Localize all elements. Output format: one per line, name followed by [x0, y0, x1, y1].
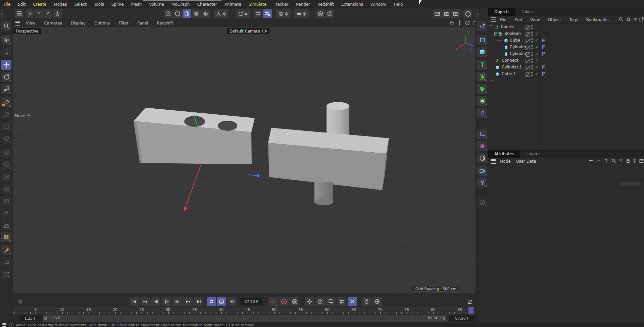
- attributes-mode-label[interactable]: Mode: [496, 159, 515, 164]
- objects-popout-icon[interactable]: [639, 17, 644, 22]
- viewport-menu-filter[interactable]: Filter: [114, 21, 133, 25]
- enable-snap-button[interactable]: [254, 9, 262, 18]
- objects-menu-file[interactable]: File: [496, 17, 510, 22]
- cylinder-slab-object[interactable]: [268, 102, 389, 205]
- record-pla-toggle[interactable]: [348, 297, 357, 306]
- toolbar-drag-handle[interactable]: [1, 10, 3, 17]
- interactive-render-region-button[interactable]: [463, 9, 472, 18]
- attributes-popout-icon[interactable]: [639, 158, 644, 163]
- add-subdivision-surface-button[interactable]: [477, 72, 487, 82]
- attributes-forward-icon[interactable]: →: [597, 158, 601, 163]
- visibility-dots[interactable]: [531, 38, 533, 43]
- viewport-menu-view[interactable]: View: [21, 21, 40, 25]
- range-start-field[interactable]: 1.25 F: [19, 316, 41, 321]
- add-light-button[interactable]: [477, 177, 487, 187]
- record-parameter-toggle[interactable]: [337, 297, 346, 306]
- enabled-check-icon[interactable]: ✓: [535, 51, 539, 56]
- workplane-mode-button[interactable]: [214, 9, 229, 18]
- render-view-button[interactable]: [433, 9, 442, 18]
- tab-attributes[interactable]: Attributes: [488, 151, 520, 158]
- add-metaball-button[interactable]: [477, 84, 487, 94]
- texture-mode-button[interactable]: [201, 9, 210, 18]
- expander-icon[interactable]: [494, 32, 498, 36]
- autokeying-button[interactable]: A: [279, 297, 289, 306]
- voxel-blocks-tool[interactable]: [1, 232, 11, 242]
- open-timeline-editor-button[interactable]: [465, 297, 475, 306]
- add-sky-button[interactable]: [477, 153, 487, 163]
- pen-tool[interactable]: [1, 97, 11, 107]
- menu-mesh[interactable]: Mesh: [128, 2, 146, 7]
- expander-icon[interactable]: [490, 25, 493, 29]
- range-end-handle[interactable]: [443, 317, 446, 320]
- objects-menu-tags[interactable]: Tags: [565, 17, 582, 22]
- visibility-dots[interactable]: [531, 25, 533, 30]
- attributes-up-icon[interactable]: ↑: [604, 158, 608, 163]
- enabled-check-icon[interactable]: ✓: [535, 31, 539, 36]
- add-generator-button[interactable]: [477, 96, 487, 106]
- menu-mograph[interactable]: MoGraph: [168, 2, 194, 7]
- visibility-dots[interactable]: [531, 65, 533, 70]
- object-name[interactable]: Cylinder: [510, 51, 527, 56]
- viewport-search-tool[interactable]: [1, 21, 11, 31]
- points-mode-button[interactable]: [173, 9, 182, 18]
- make-editable-button[interactable]: [164, 9, 172, 18]
- attributes-back-icon[interactable]: ←: [589, 158, 593, 163]
- menu-character[interactable]: Character: [193, 2, 220, 7]
- phong-tag-icon[interactable]: [541, 52, 546, 56]
- live-selection-tool[interactable]: [1, 35, 11, 45]
- render-settings-button[interactable]: [451, 9, 460, 18]
- edit-material-button[interactable]: [477, 197, 487, 207]
- auto-mode-button[interactable]: [326, 9, 334, 18]
- objects-menu-edit[interactable]: Edit: [510, 17, 526, 22]
- symmetry-button[interactable]: [294, 9, 309, 18]
- add-camera-button[interactable]: [477, 166, 487, 176]
- menu-select[interactable]: Select: [70, 2, 90, 7]
- pan-view-icon[interactable]: [449, 20, 455, 26]
- keyframe-filter-button[interactable]: [373, 297, 382, 306]
- move-gizmo[interactable]: [184, 163, 260, 212]
- menu-tracker[interactable]: Tracker: [270, 2, 292, 7]
- attributes-filter-icon[interactable]: [618, 158, 624, 163]
- extrude-generator-tool[interactable]: [1, 160, 11, 170]
- layer-toggle-icon[interactable]: [526, 52, 530, 57]
- coordinate-system-button[interactable]: [53, 9, 62, 18]
- next-key-button[interactable]: [183, 297, 193, 306]
- tree-row-cylinder1[interactable]: Cylinder.1 ✓: [488, 64, 644, 71]
- viewport-menu-cameras[interactable]: Cameras: [40, 21, 66, 25]
- tree-row-cube[interactable]: Cube ✓: [488, 37, 644, 44]
- lathe-generator-tool[interactable]: [1, 172, 11, 182]
- object-name[interactable]: Boolean: [504, 31, 521, 36]
- add-cube-button[interactable]: [477, 47, 487, 57]
- timeline-key-diamond-button[interactable]: ◇: [15, 297, 25, 306]
- range-start-handle[interactable]: [44, 317, 47, 320]
- lock-workplane-tool[interactable]: [1, 208, 11, 218]
- phong-tag-icon[interactable]: [541, 72, 546, 76]
- add-tracer-button[interactable]: [477, 129, 487, 139]
- tree-row-booles[interactable]: booles: [488, 24, 644, 31]
- preview-range-button[interactable]: [217, 297, 226, 306]
- menu-modes[interactable]: Modes: [50, 2, 70, 7]
- workplane-button[interactable]: [15, 9, 23, 18]
- bridge-tool[interactable]: [1, 196, 11, 206]
- visibility-dots[interactable]: [531, 32, 533, 36]
- status-menu-icon[interactable]: [2, 323, 6, 327]
- menu-redshift[interactable]: Redshift: [314, 2, 338, 7]
- record-position-toggle[interactable]: [305, 297, 314, 306]
- attributes-lock-icon[interactable]: [626, 158, 631, 163]
- modeling-settings-button[interactable]: [276, 9, 291, 18]
- visibility-dots[interactable]: [531, 58, 533, 63]
- viewport[interactable]: View Cameras Display Options Filter Pane…: [13, 19, 476, 293]
- objects-filter-icon[interactable]: [633, 17, 638, 22]
- play-sound-button[interactable]: [228, 297, 237, 306]
- menu-render[interactable]: Render: [292, 2, 314, 7]
- orbit-view-icon[interactable]: [464, 20, 470, 26]
- viewport-menu-redshift[interactable]: Redshift: [152, 21, 178, 25]
- add-bend-deformer-button[interactable]: [477, 108, 487, 118]
- add-null-button[interactable]: [477, 21, 487, 31]
- visibility-dots[interactable]: [531, 52, 533, 56]
- camera-swap-icon[interactable]: [262, 29, 267, 33]
- layer-toggle-icon[interactable]: [526, 39, 530, 43]
- viewport-menu-display[interactable]: Display: [66, 21, 90, 25]
- add-text-button[interactable]: [477, 60, 487, 70]
- menu-extensions[interactable]: Extensions: [338, 2, 367, 7]
